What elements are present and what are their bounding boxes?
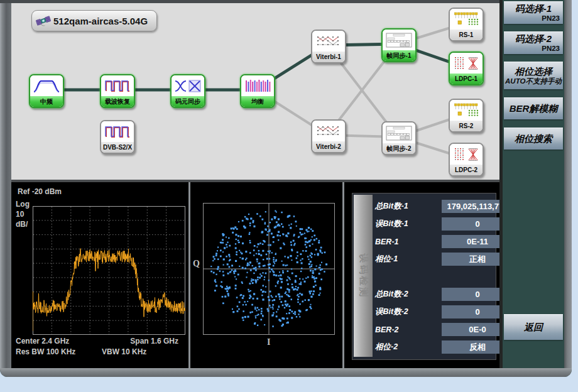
eye-diagram-icon xyxy=(172,75,204,96)
spectrum-scale-label: 10 xyxy=(16,210,24,219)
sidebar-button-label: 码选择-2 xyxy=(504,33,563,44)
sidebar-button-label: 相位选择 xyxy=(504,66,563,77)
ber-panel: 误码检测 总Bit数-1179,025,113,776误Bit数-10BER-1… xyxy=(344,182,499,368)
satellite-icon xyxy=(36,13,51,28)
bandpass-icon xyxy=(30,75,63,96)
i-axis-label: I xyxy=(267,337,270,347)
spectrum-panel: Ref -20 dBm Log 10 dB/ Center 2.4 GHz Sp… xyxy=(11,182,188,368)
ber-row-label: BER-2 xyxy=(375,325,419,334)
node-label: RS-1 xyxy=(450,30,483,40)
spectrum-unit-label: dB/ xyxy=(16,220,28,229)
sidebar-button-4[interactable]: BER解模糊 xyxy=(504,97,563,119)
sidebar-button-3[interactable]: 相位选择AUTO不支持手动 xyxy=(504,62,563,89)
ber-row-label: 相位-1 xyxy=(375,254,419,264)
signal-title-label: 512qam-aircas-5.04G xyxy=(53,16,148,26)
q-axis-label: Q xyxy=(193,259,200,269)
trellis-icon xyxy=(312,31,345,52)
spectrum-log-label: Log xyxy=(16,200,30,209)
sidebar-button-sublabel: PN23 xyxy=(504,44,563,53)
window-frame-right xyxy=(564,0,572,368)
spectrum-span-label: Span 1.6 GHz xyxy=(130,337,178,346)
ber-row-label: 相位-2 xyxy=(375,342,419,352)
spectrum-center-label: Center 2.4 GHz xyxy=(16,337,69,346)
ber-inner-panel: 误码检测 总Bit数-1179,025,113,776误Bit数-10BER-1… xyxy=(352,193,496,360)
sidebar-button-sublabel: AUTO不支持手动 xyxy=(504,77,563,85)
node-zhongpin[interactable]: 中频 xyxy=(29,74,64,108)
ber-row-label: 总Bit数-1 xyxy=(375,201,419,212)
ber-row-1: 总Bit数-1179,025,113,776 xyxy=(375,200,493,213)
node-label: 帧同步-1 xyxy=(383,50,415,61)
rs-icon xyxy=(450,100,483,121)
constellation-plot xyxy=(203,203,335,335)
equalizer-icon xyxy=(241,75,274,96)
node-label: 均衡 xyxy=(241,96,274,107)
node-label: LDPC-1 xyxy=(450,74,483,84)
squarewave-icon xyxy=(101,75,134,96)
ber-side-label: 误码检测 xyxy=(357,253,369,298)
ber-side-strip: 误码检测 xyxy=(354,195,373,357)
sidebar-button-2[interactable]: 码选择-2PN23 xyxy=(504,31,563,54)
ber-row-2: 误Bit数-10 xyxy=(375,217,493,231)
node-label: 帧同步-2 xyxy=(383,143,415,154)
ber-row-label: 总Bit数-2 xyxy=(375,289,419,300)
ber-row-4: 相位-1正相 xyxy=(375,253,493,266)
node-rs2[interactable]: RS-2 xyxy=(449,99,484,133)
return-button[interactable]: 返回 xyxy=(504,314,563,340)
node-zhentongbu2[interactable]: 帧同步-2 xyxy=(381,121,417,155)
app-window: 512qam-aircas-5.04G 中频载波恢复码元同步均衡DVB-S2/X… xyxy=(0,0,572,377)
ldpc-icon xyxy=(450,53,483,74)
window-frame-left xyxy=(0,3,11,368)
node-label: LDPC-2 xyxy=(450,165,483,175)
spectrum-vbw-label: VBW 10 KHz xyxy=(102,347,146,356)
node-ldpc2[interactable]: LDPC-2 xyxy=(449,143,484,177)
sidebar-button-1[interactable]: 码选择-1PN23 xyxy=(504,1,563,24)
node-label: Viterbi-2 xyxy=(312,141,345,152)
ber-row-8: 相位-2反相 xyxy=(375,340,493,354)
framesync-icon xyxy=(383,122,415,143)
ber-row-3: BER-10E-11 xyxy=(375,235,493,248)
rs-icon xyxy=(450,9,483,30)
return-button-label: 返回 xyxy=(504,322,563,332)
ber-row-7: BER-20E-0 xyxy=(375,323,493,336)
spectrum-ref-label: Ref -20 dBm xyxy=(18,187,62,196)
sidebar-button-5[interactable]: 相位搜索 xyxy=(504,128,563,150)
spectrum-rbw-label: Res BW 100 KHz xyxy=(16,347,75,356)
node-label: DVB-S2/X xyxy=(101,142,134,153)
node-label: 载波恢复 xyxy=(101,96,134,107)
node-mayuan[interactable]: 码元同步 xyxy=(170,74,205,108)
signal-title-button[interactable]: 512qam-aircas-5.04G xyxy=(31,10,157,31)
node-zaibo[interactable]: 载波恢复 xyxy=(100,74,135,108)
ldpc-icon xyxy=(450,144,483,165)
node-rs1[interactable]: RS-1 xyxy=(449,8,484,41)
node-viterbi1[interactable]: Viterbi-1 xyxy=(311,30,346,63)
framesync-icon xyxy=(383,30,415,50)
constellation-panel: Q I xyxy=(190,182,342,368)
diagram-canvas: 512qam-aircas-5.04G 中频载波恢复码元同步均衡DVB-S2/X… xyxy=(11,3,499,180)
sidebar-button-label: 码选择-1 xyxy=(504,3,563,14)
ber-row-6: 误Bit数-20 xyxy=(375,305,493,318)
ber-row-label: 误Bit数-2 xyxy=(375,307,419,317)
node-dvbs2x[interactable]: DVB-S2/X xyxy=(100,120,135,154)
sidebar-button-label: 相位搜索 xyxy=(504,133,563,144)
node-label: Viterbi-1 xyxy=(312,52,345,62)
sidebar-button-label: BER解模糊 xyxy=(504,103,563,114)
node-label: 中频 xyxy=(30,96,63,107)
sidebar: 码选择-1PN23码选择-2PN23相位选择AUTO不支持手动BER解模糊相位搜… xyxy=(503,0,564,368)
node-ldpc1[interactable]: LDPC-1 xyxy=(449,52,484,85)
sidebar-button-sublabel: PN23 xyxy=(504,14,563,23)
node-junheng[interactable]: 均衡 xyxy=(240,74,275,108)
squarewave-icon xyxy=(101,121,134,142)
node-zhentongbu1[interactable]: 帧同步-1 xyxy=(381,28,417,62)
node-label: 码元同步 xyxy=(172,96,204,107)
ber-row-label: 误Bit数-1 xyxy=(375,219,419,229)
node-viterbi2[interactable]: Viterbi-2 xyxy=(311,119,346,153)
ber-row-5: 总Bit数-20 xyxy=(375,288,493,301)
ber-row-label: BER-1 xyxy=(375,237,419,246)
trellis-icon xyxy=(312,121,345,141)
bottom-panels: Ref -20 dBm Log 10 dB/ Center 2.4 GHz Sp… xyxy=(11,182,499,368)
window-frame-bottom xyxy=(0,368,572,377)
spectrum-plot xyxy=(33,206,185,335)
node-label: RS-2 xyxy=(450,121,483,131)
